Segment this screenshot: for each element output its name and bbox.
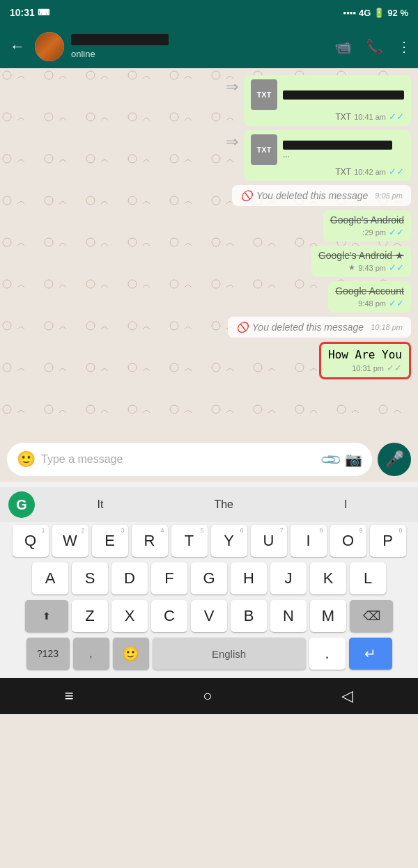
message-text: Google's Android <box>330 214 404 226</box>
message-time: 10:42 am <box>354 168 386 176</box>
input-area: 🙂 Type a message 📎 📷 🎤 <box>0 437 418 482</box>
suggestion-i[interactable]: I <box>333 496 358 514</box>
key-row-4: ?123 , 🙂 English . ↵ <box>3 638 415 670</box>
key-f[interactable]: F <box>151 562 187 594</box>
voice-call-button[interactable]: 📞 <box>366 38 383 55</box>
key-y[interactable]: 6Y <box>211 525 247 557</box>
key-t[interactable]: 5T <box>171 525 208 557</box>
emoji-button[interactable]: 🙂 <box>17 450 36 468</box>
key-r[interactable]: 4R <box>132 525 168 557</box>
highlighted-message[interactable]: How Are You 10:31 pm ✓✓ <box>319 342 411 379</box>
message-text: Google Account <box>335 285 404 297</box>
message-time: 9:43 pm <box>358 264 386 272</box>
video-call-button[interactable]: 📹 <box>334 38 352 55</box>
key-u[interactable]: 7U <box>251 525 287 557</box>
back-button[interactable]: ← <box>7 35 28 58</box>
key-o[interactable]: 9O <box>330 525 366 557</box>
status-bar-left: 10:31 ⌨ <box>10 7 49 18</box>
file-name-redacted <box>283 141 392 150</box>
mic-button[interactable]: 🎤 <box>378 443 411 476</box>
key-j[interactable]: J <box>270 562 307 594</box>
message-row: Google's Android :29 pm ✓✓ <box>7 210 411 242</box>
message-time: 9:48 pm <box>358 299 386 308</box>
forward-icon[interactable]: ⇒ <box>226 78 238 96</box>
file-type-icon: TXT <box>251 134 277 165</box>
contact-info[interactable]: online <box>71 34 327 60</box>
numbers-key[interactable]: ?123 <box>26 638 70 670</box>
message-input-box[interactable]: 🙂 Type a message 📎 📷 <box>7 443 372 476</box>
message-row: Google's Android ★ ★ 9:43 pm ✓✓ <box>7 246 411 277</box>
signal-icon: ▪▪▪▪ <box>343 8 356 18</box>
key-i[interactable]: 8I <box>291 525 327 557</box>
strikethrough-bubble-2[interactable]: Google's Android ★ ★ 9:43 pm ✓✓ <box>311 246 411 277</box>
chat-header: ← online 📹 📞 ⋮ <box>0 25 418 68</box>
space-key[interactable]: English <box>153 638 306 670</box>
key-a[interactable]: A <box>32 562 68 594</box>
emoji-key[interactable]: 🙂 <box>113 638 149 670</box>
comma-key[interactable]: , <box>73 638 109 670</box>
key-w[interactable]: 2W <box>52 525 88 557</box>
contact-status: online <box>71 49 95 59</box>
block-icon: 🚫 <box>236 322 248 333</box>
message-time: 10:41 am <box>354 113 386 121</box>
nav-home-button[interactable]: ○ <box>203 687 212 705</box>
key-z[interactable]: Z <box>72 600 108 632</box>
keyboard-toolbar: G It The I <box>0 487 418 522</box>
forward-icon[interactable]: ⇒ <box>226 133 238 151</box>
key-g[interactable]: G <box>191 562 227 594</box>
attach-button[interactable]: 📎 <box>318 448 343 472</box>
grammarly-icon: G <box>16 497 27 513</box>
status-bar-right: ▪▪▪▪ 4G 🔋 92 % <box>343 8 408 18</box>
suggestion-row: It The I <box>35 496 410 514</box>
block-icon: 🚫 <box>240 190 252 201</box>
avatar[interactable] <box>35 32 64 61</box>
key-v[interactable]: V <box>191 600 227 632</box>
key-c[interactable]: C <box>151 600 187 632</box>
deleted-text: You deleted this message <box>256 190 368 201</box>
key-l[interactable]: L <box>350 562 386 594</box>
grammarly-button[interactable]: G <box>8 491 35 518</box>
file-bubble-1[interactable]: TXT TXT 10:41 am ✓✓ <box>244 75 411 126</box>
key-s[interactable]: S <box>72 562 108 594</box>
message-meta: TXT 10:41 am ✓✓ <box>251 111 404 122</box>
file-bubble-2[interactable]: TXT ... TXT 10:42 am ✓✓ <box>244 130 411 181</box>
key-row-2: A S D F G H J K L <box>3 562 415 594</box>
nav-back-button[interactable]: ◁ <box>341 687 353 705</box>
strikethrough-bubble-1[interactable]: Google's Android :29 pm ✓✓ <box>323 210 411 242</box>
key-m[interactable]: M <box>310 600 346 632</box>
menu-button[interactable]: ⋮ <box>397 38 411 55</box>
key-e[interactable]: 3E <box>92 525 128 557</box>
key-h[interactable]: H <box>231 562 267 594</box>
key-p[interactable]: 0P <box>370 525 406 557</box>
key-x[interactable]: X <box>111 600 148 632</box>
message-time: :29 pm <box>362 228 386 237</box>
message-row: ⇒ TXT TXT 10:41 am ✓✓ <box>7 75 411 126</box>
nav-bar: ≡ ○ ◁ <box>0 678 418 714</box>
key-b[interactable]: B <box>231 600 267 632</box>
file-type-icon: TXT <box>251 79 277 110</box>
key-n[interactable]: N <box>270 600 307 632</box>
shift-key[interactable]: ⬆ <box>25 600 68 632</box>
message-row: 🚫 You deleted this message 10:18 pm <box>7 317 411 338</box>
key-q[interactable]: 1Q <box>13 525 49 557</box>
message-meta: 10:31 pm ✓✓ <box>328 363 402 373</box>
backspace-key[interactable]: ⌫ <box>350 600 393 632</box>
message-input[interactable]: Type a message <box>41 453 316 466</box>
battery-icon: 🔋 <box>373 8 385 18</box>
message-time: 9:05 pm <box>375 191 403 200</box>
star-icon: ★ <box>348 263 355 272</box>
enter-key[interactable]: ↵ <box>349 638 392 670</box>
message-row: Google Account 9:48 pm ✓✓ <box>7 281 411 313</box>
key-row-1: 1Q 2W 3E 4R 5T 6Y 7U 8I 9O 0P <box>3 525 415 557</box>
camera-button[interactable]: 📷 <box>345 451 362 468</box>
tick-icon: ✓✓ <box>389 262 404 273</box>
key-k[interactable]: K <box>310 562 346 594</box>
period-key[interactable]: . <box>309 638 346 670</box>
strikethrough-bubble-3[interactable]: Google Account 9:48 pm ✓✓ <box>328 281 411 313</box>
deleted-message-2: 🚫 You deleted this message 10:18 pm <box>228 317 411 338</box>
message-row: ⇒ TXT ... TXT 10:42 am ✓✓ <box>7 130 411 181</box>
key-d[interactable]: D <box>111 562 148 594</box>
suggestion-it[interactable]: It <box>86 496 115 514</box>
nav-menu-button[interactable]: ≡ <box>65 687 74 705</box>
suggestion-the[interactable]: The <box>203 496 245 514</box>
